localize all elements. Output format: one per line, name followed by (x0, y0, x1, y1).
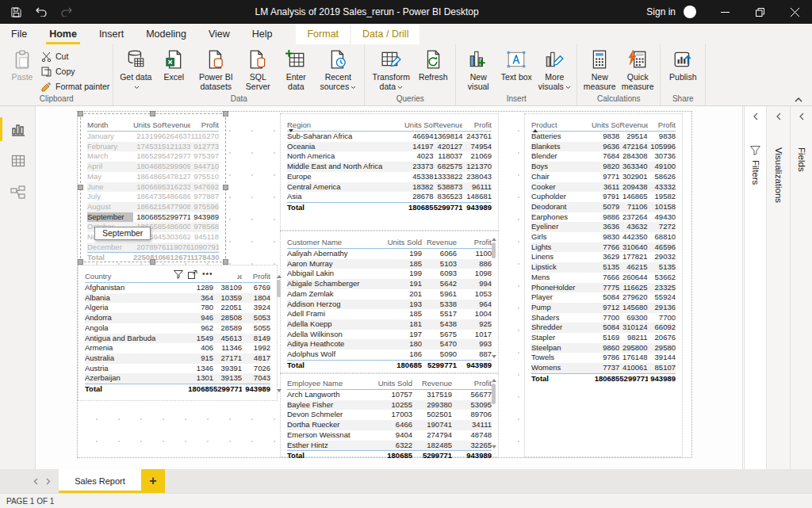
cell[interactable]: 180685 (592, 373, 619, 384)
cell[interactable]: 105996 (648, 142, 676, 152)
cell[interactable]: Emerson Weissnat (287, 430, 373, 441)
cell[interactable]: 9886 (592, 212, 619, 223)
cell[interactable]: 46694 (404, 132, 434, 142)
table-row[interactable]: Albania364103591804 (85, 293, 270, 304)
scroll-thumb[interactable] (277, 280, 281, 297)
table-row[interactable]: January21319962646371116270 (87, 132, 219, 142)
table-row[interactable]: Shaders7700693007700 (531, 313, 676, 323)
copy-button[interactable]: Copy (41, 65, 109, 78)
region-table-visual[interactable]: RegionUnits SoldRevenueProfit Sub-Sahara… (280, 113, 499, 231)
cell[interactable]: Sub-Saharan Africa (287, 132, 404, 142)
cell[interactable]: 1333822 (434, 172, 463, 182)
menu-home[interactable]: Home (38, 24, 88, 44)
cell[interactable]: 310124 (619, 323, 647, 333)
cell[interactable]: Blender (531, 151, 592, 162)
cell[interactable]: 284308 (619, 151, 647, 162)
table-row[interactable]: Earphones988623726449430 (531, 212, 676, 223)
table-row[interactable]: Womens773741006185107 (531, 363, 676, 373)
cell[interactable]: 148681 (462, 192, 492, 202)
table-row[interactable]: September1806855299771943989 (87, 212, 219, 223)
report-page[interactable]: MonthUnits SoldRevenueProfit January2131… (77, 111, 692, 458)
cell[interactable]: Aaliyah Abernathy (287, 249, 387, 259)
focus-mode-icon[interactable] (188, 270, 197, 279)
column-header[interactable]: Product (531, 119, 592, 132)
cell[interactable]: 6264637 (162, 132, 190, 142)
cell[interactable]: 21069 (462, 151, 492, 162)
cell[interactable]: Towels (531, 353, 592, 363)
redo-icon[interactable] (61, 7, 72, 17)
cell[interactable]: 7026 (242, 364, 270, 374)
scroll-up-icon[interactable] (492, 238, 496, 241)
cell[interactable]: 420127 (434, 142, 463, 152)
cell[interactable]: 836523 (434, 192, 463, 202)
scroll-down-icon[interactable] (277, 389, 282, 392)
cell[interactable]: 69300 (619, 313, 647, 323)
cell[interactable]: 118037 (434, 151, 463, 162)
cell[interactable]: Blankets (531, 142, 592, 152)
cell[interactable]: Afghanistan (85, 283, 185, 293)
cell[interactable]: 185 (387, 259, 422, 269)
cell[interactable]: PhoneHolder (531, 283, 592, 293)
resize-handle[interactable] (150, 259, 155, 265)
cell[interactable]: 85107 (648, 363, 676, 373)
table-row[interactable]: Lights776631064046596 (531, 243, 676, 253)
cell[interactable]: 53095 (452, 400, 492, 411)
table-row[interactable]: Aditya Heathcote1805470993 (287, 339, 492, 349)
cell[interactable]: 1116270 (190, 132, 219, 142)
cell[interactable]: 5303662 (162, 232, 190, 243)
cell[interactable]: 964 (457, 300, 492, 310)
cell[interactable]: 364 (185, 293, 213, 304)
table-row[interactable]: Linens362917782129032 (531, 252, 676, 262)
cell[interactable]: Total (287, 360, 387, 370)
cell[interactable]: 46215 (619, 262, 647, 273)
cell[interactable]: 977887 (190, 192, 219, 202)
cell[interactable]: 5642 (422, 279, 457, 289)
expand-panel-chevron-icon[interactable] (753, 113, 758, 120)
cell[interactable]: December (87, 243, 133, 253)
employee-table-visual[interactable]: Employee NameUnits SoldRevenueProfit Arc… (280, 373, 499, 457)
page-tab-sales-report[interactable]: Sales Report (59, 469, 141, 493)
cell[interactable]: 682575 (434, 162, 463, 172)
cell[interactable]: July (87, 192, 133, 202)
cell[interactable]: 39135 (213, 373, 242, 384)
table-row[interactable]: Middle East and North Africa233736825751… (287, 162, 492, 172)
cell[interactable]: 11346 (213, 343, 242, 353)
table-row[interactable]: Antigua and Barbuda1549456138149 (85, 334, 270, 344)
column-header[interactable]: Profit (242, 270, 270, 283)
cell[interactable]: 944710 (190, 162, 219, 172)
cell[interactable]: 5470 (422, 339, 457, 349)
cell[interactable]: 34111 (452, 420, 492, 430)
table-row[interactable]: Shredder508431012466092 (531, 323, 676, 333)
cell[interactable]: 993 (457, 339, 492, 349)
restore-icon[interactable] (742, 0, 777, 24)
table-row[interactable]: Armenia406113461992 (85, 343, 270, 353)
cell[interactable]: 7775 (592, 283, 619, 293)
cell[interactable]: Total (287, 202, 404, 212)
excel-button[interactable]: Excel (155, 48, 193, 82)
cell[interactable]: Abbigail Lakin (287, 269, 387, 279)
visualizations-panel-collapsed[interactable]: Visualizations (766, 106, 790, 469)
expand-panel-chevron-icon[interactable] (776, 113, 781, 120)
cell[interactable]: February (87, 142, 133, 152)
cell[interactable]: 74954 (462, 142, 492, 152)
cell[interactable]: Adella Wilkinson (287, 330, 387, 340)
sign-in-button[interactable]: Sign in (638, 0, 684, 24)
cell[interactable]: 146865 (619, 192, 647, 202)
power-bi-datasets-button[interactable]: Power BI datasets (193, 48, 239, 92)
cell[interactable]: 32265 (452, 441, 492, 451)
cell[interactable]: 39144 (648, 353, 676, 363)
cell[interactable]: 7766 (592, 243, 619, 253)
cell[interactable]: 7043 (242, 373, 270, 384)
cell[interactable]: 3636 (592, 222, 619, 232)
cell[interactable]: 943989 (190, 212, 219, 223)
cell[interactable]: 48748 (452, 430, 492, 441)
cell[interactable]: 9636 (592, 142, 619, 152)
cell[interactable]: 5299771 (434, 202, 463, 212)
cell[interactable]: 1090791 (190, 243, 219, 253)
cell[interactable]: Mens (531, 273, 592, 283)
cell[interactable]: 10757 (373, 390, 412, 400)
cell[interactable]: 180669 (133, 182, 162, 193)
expand-panel-chevron-icon[interactable] (799, 113, 804, 120)
cell[interactable]: 186621 (133, 202, 162, 212)
cell[interactable]: 49100 (648, 162, 676, 172)
